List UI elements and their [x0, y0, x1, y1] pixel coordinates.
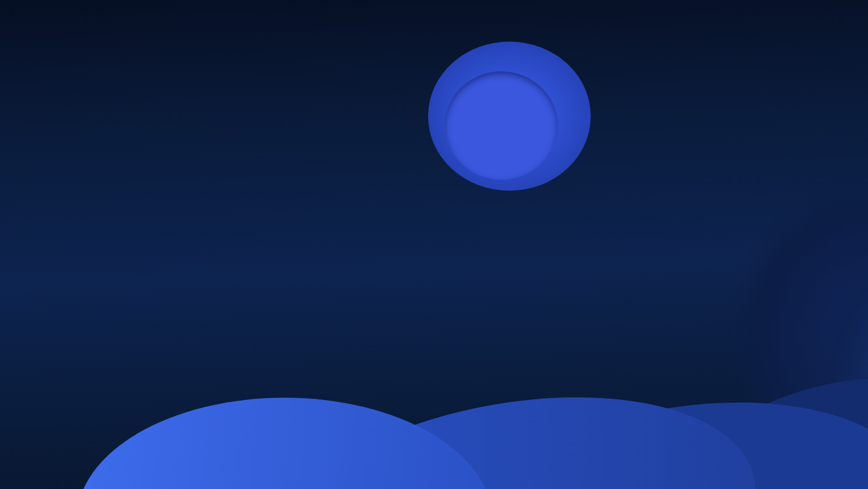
wallpaper-petal: [77, 398, 492, 489]
desktop-wallpaper: [0, 0, 868, 489]
wallpaper-petal: [445, 71, 558, 180]
desktop: ← Settings — ✕ tashreef shareef: [0, 0, 868, 489]
